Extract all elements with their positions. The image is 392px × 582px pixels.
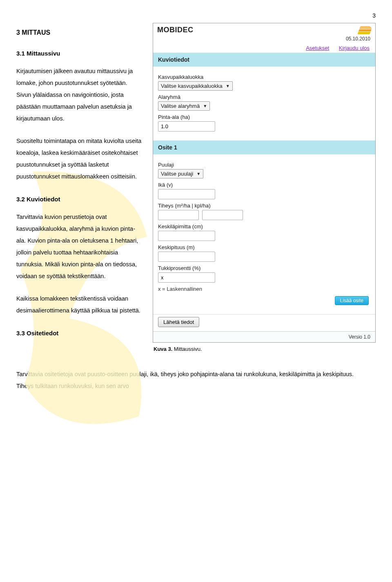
app-screenshot: MOBIDEC 05.10.2010 Asetukset Kirjaudu ul… — [153, 23, 376, 343]
select-puulaji[interactable]: Valitse puulaji ▼ — [158, 169, 203, 178]
input-ika[interactable] — [158, 189, 215, 199]
section-osite: Osite 1 — [153, 140, 375, 154]
select-kasvupaikka-value: Valitse kasvupaikkaluokka — [161, 83, 223, 89]
add-osite-button[interactable]: Lisää osite — [335, 296, 369, 305]
input-tukkiprosentti[interactable] — [158, 272, 215, 283]
heading-mittaussivu: 3.1 Mittaussivu — [16, 47, 143, 60]
submit-button[interactable]: Lähetä tiedot — [158, 317, 199, 327]
input-keskilapimitta[interactable] — [158, 231, 215, 241]
date-display: 05.10.2010 — [153, 36, 375, 43]
para-intro: Kirjautumisen jälkeen avautuu mittaussiv… — [16, 65, 143, 125]
select-kasvupaikka[interactable]: Valitse kasvupaikkaluokka ▼ — [158, 81, 233, 91]
select-alaryhma-value: Valitse alaryhmä — [161, 103, 200, 109]
para-ositetiedot: Tarvittavia ositetietoja ovat puusto-osi… — [16, 368, 368, 392]
label-tiheys: Tiheys (m²/ha | kpl/ha) — [158, 203, 370, 209]
logo-swoosh-icon — [357, 26, 372, 34]
nav-settings-link[interactable]: Asetukset — [306, 45, 329, 51]
section-kuviotiedot: Kuviotiedot — [153, 53, 375, 67]
label-kasvupaikka: Kasvupaikkaluokka — [158, 74, 370, 80]
page-number: 3 — [16, 12, 376, 19]
label-tukkiprosentti: Tukkiprosentti (%) — [158, 265, 370, 271]
heading-ositetiedot: 3.3 Ositetiedot — [16, 327, 143, 339]
heading-kuviotiedot: 3.2 Kuviotiedot — [16, 193, 143, 205]
para-kuviotiedot: Tarvittavia kuvion perustietoja ovat kas… — [16, 211, 143, 282]
input-tiheys-m2[interactable] — [158, 210, 199, 220]
caret-down-icon: ▼ — [226, 84, 230, 88]
label-pinta-ala: Pinta-ala (ha) — [158, 114, 370, 120]
caption-bold: Kuva 3. — [154, 346, 172, 352]
figure-caption: Kuva 3. Mittaussivu. — [154, 346, 376, 352]
heading-mittaus: 3 MITTAUS — [16, 26, 143, 39]
label-ika: Ikä (v) — [158, 182, 370, 188]
label-puulaji: Puulaji — [158, 162, 370, 168]
para-desimaali: Kaikissa lomakkeen tekstikentissä voidaa… — [16, 293, 143, 317]
label-alaryhma: Alaryhmä — [158, 94, 370, 100]
note-laskennallinen: x = Laskennallinen — [158, 286, 370, 292]
select-alaryhma[interactable]: Valitse alaryhmä ▼ — [158, 101, 210, 111]
input-tiheys-kpl[interactable] — [202, 210, 243, 220]
caption-text: Mittaussivu. — [172, 346, 202, 352]
caret-down-icon: ▼ — [196, 172, 200, 176]
input-keskipituus[interactable] — [158, 252, 215, 262]
caret-down-icon: ▼ — [203, 104, 207, 108]
input-pinta-ala[interactable] — [158, 121, 215, 132]
para-toimintatapa: Suositeltu toimintatapa on mitata kuviol… — [16, 135, 143, 183]
select-puulaji-value: Valitse puulaji — [161, 171, 193, 177]
version-label: Versio 1.0 — [153, 331, 375, 342]
logo-text: MOBIDEC — [157, 26, 194, 34]
label-keskipituus: Keskipituus (m) — [158, 244, 370, 250]
label-keskilapimitta: Keskiläpimitta (cm) — [158, 223, 370, 230]
nav-logout-link[interactable]: Kirjaudu ulos — [339, 45, 370, 51]
